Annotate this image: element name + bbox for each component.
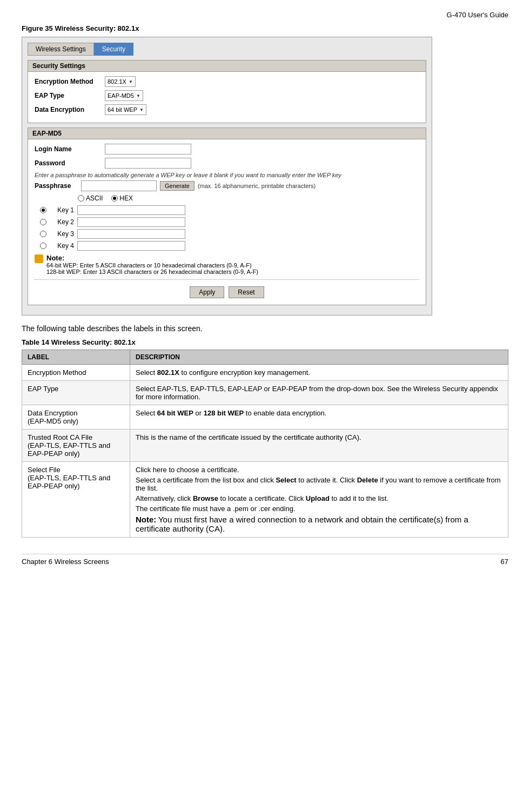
table-row: Encryption Method Select 802.1X to confi… — [22, 365, 508, 381]
hex-radio[interactable] — [111, 195, 118, 202]
tab-wireless-settings[interactable]: Wireless Settings — [28, 43, 94, 56]
key2-row: Key 2 — [35, 217, 419, 227]
data-encryption-select[interactable]: 64 bit WEP ▼ — [105, 104, 146, 115]
table-header-description: DESCRIPTION — [130, 350, 508, 365]
ascii-label: ASCII — [86, 194, 103, 202]
key2-radio[interactable] — [40, 219, 46, 225]
table-row: Select File(EAP-TLS, EAP-TTLS and EAP-PE… — [22, 462, 508, 538]
row-label: EAP Type — [22, 381, 130, 405]
ascii-hex-row: ASCII HEX — [78, 194, 419, 202]
generate-button[interactable]: Generate — [160, 181, 194, 191]
key2-input[interactable] — [77, 217, 185, 227]
table-header-label: LABEL — [22, 350, 130, 365]
note-icon — [35, 254, 43, 263]
row-label: Encryption Method — [22, 365, 130, 381]
note-line2: 128-bit WEP: Enter 13 ASCII characters o… — [46, 269, 258, 275]
eap-type-label: EAP Type — [35, 92, 105, 99]
eap-md5-section: EAP-MD5 Login Name Password Enter a pass… — [28, 127, 426, 305]
tab-bar: Wireless Settings Security — [28, 43, 426, 56]
key4-radio[interactable] — [40, 243, 46, 249]
key1-input[interactable] — [77, 205, 185, 215]
security-settings-section: Security Settings Encryption Method 802.… — [28, 60, 426, 123]
password-label: Password — [35, 159, 105, 167]
passphrase-input-row: Passphrase Generate (max. 16 alphanumeri… — [35, 180, 419, 191]
row-description: Select 802.1X to configure encryption ke… — [130, 365, 508, 381]
figure-caption: Figure 35 Wireless Security: 802.1x — [22, 24, 508, 32]
table-row: Trusted Root CA File(EAP-TLS, EAP-TTLS a… — [22, 430, 508, 462]
key3-row: Key 3 — [35, 229, 419, 239]
key1-radio[interactable] — [40, 207, 46, 213]
key1-row: Key 1 — [35, 205, 419, 215]
key4-label: Key 4 — [50, 242, 74, 250]
eap-type-value: EAP-MD5 — [108, 92, 134, 99]
note-line1: 64-bit WEP: Enter 5 ASCII characters or … — [46, 262, 258, 269]
apply-button[interactable]: Apply — [190, 286, 224, 298]
data-table: LABEL DESCRIPTION Encryption Method Sele… — [22, 350, 508, 538]
row-label: Trusted Root CA File(EAP-TLS, EAP-TTLS a… — [22, 430, 130, 462]
ui-screenshot: Wireless Settings Security Security Sett… — [22, 37, 432, 316]
key3-radio[interactable] — [40, 231, 46, 237]
table-intro: The following table describes the labels… — [22, 324, 508, 333]
key3-input[interactable] — [77, 229, 185, 239]
row-label: Data Encryption(EAP-MD5 only) — [22, 405, 130, 430]
data-encryption-label: Data Encryption — [35, 106, 105, 113]
password-row: Password — [35, 158, 419, 169]
row-description: Select EAP-TLS, EAP-TTLS, EAP-LEAP or EA… — [130, 381, 508, 405]
footer-right: 67 — [501, 558, 508, 566]
footer-left: Chapter 6 Wireless Screens — [22, 558, 109, 566]
encryption-method-label: Encryption Method — [35, 78, 105, 85]
key1-label: Key 1 — [50, 206, 74, 214]
key4-row: Key 4 — [35, 241, 419, 251]
key3-label: Key 3 — [50, 230, 74, 238]
hex-option[interactable]: HEX — [111, 194, 133, 202]
row-description: Click here to choose a certificate. Sele… — [130, 462, 508, 538]
encryption-method-select[interactable]: 802.1X ▼ — [105, 76, 136, 87]
passphrase-input[interactable] — [81, 180, 157, 191]
row-description: This is the name of the certificate issu… — [130, 430, 508, 462]
table-row: EAP Type Select EAP-TLS, EAP-TTLS, EAP-L… — [22, 381, 508, 405]
generate-hint: (max. 16 alphanumeric, printable charact… — [198, 183, 316, 189]
encryption-method-arrow: ▼ — [129, 79, 133, 84]
table-row: Data Encryption(EAP-MD5 only) Select 64 … — [22, 405, 508, 430]
login-name-input[interactable] — [105, 144, 191, 155]
security-settings-body: Encryption Method 802.1X ▼ EAP Type EAP-… — [28, 72, 426, 123]
data-encryption-row: Data Encryption 64 bit WEP ▼ — [35, 104, 419, 115]
eap-type-arrow: ▼ — [136, 93, 140, 98]
data-encryption-value: 64 bit WEP — [108, 106, 137, 113]
note-content: Note: 64-bit WEP: Enter 5 ASCII characte… — [46, 254, 258, 275]
row-label: Select File(EAP-TLS, EAP-TTLS and EAP-PE… — [22, 462, 130, 538]
ascii-option[interactable]: ASCII — [78, 194, 103, 202]
eap-type-select[interactable]: EAP-MD5 ▼ — [105, 90, 143, 101]
tab-security[interactable]: Security — [94, 43, 133, 56]
login-name-row: Login Name — [35, 144, 419, 155]
divider — [35, 279, 419, 280]
note-bold-label: Note: — [46, 254, 64, 262]
eap-type-row: EAP Type EAP-MD5 ▼ — [35, 90, 419, 101]
password-input[interactable] — [105, 158, 191, 169]
page-header: G-470 User's Guide — [22, 11, 508, 19]
eap-md5-body: Login Name Password Enter a passphrase t… — [28, 139, 426, 305]
key4-input[interactable] — [77, 241, 185, 251]
login-name-label: Login Name — [35, 145, 105, 153]
guide-title: G-470 User's Guide — [447, 11, 508, 19]
page-footer: Chapter 6 Wireless Screens 67 — [22, 554, 508, 566]
encryption-method-value: 802.1X — [108, 78, 126, 85]
button-row: Apply Reset — [35, 284, 419, 300]
passphrase-hint: Enter a passphrase to automatically gene… — [35, 172, 419, 178]
hex-label: HEX — [119, 194, 133, 202]
reset-button[interactable]: Reset — [229, 286, 264, 298]
ascii-radio[interactable] — [78, 195, 84, 202]
eap-md5-header: EAP-MD5 — [28, 128, 426, 139]
encryption-method-row: Encryption Method 802.1X ▼ — [35, 76, 419, 87]
row-description: Select 64 bit WEP or 128 bit WEP to enab… — [130, 405, 508, 430]
table-caption: Table 14 Wireless Security: 802.1x — [22, 338, 508, 346]
key2-label: Key 2 — [50, 218, 74, 226]
note-section: Note: 64-bit WEP: Enter 5 ASCII characte… — [35, 254, 419, 275]
passphrase-label: Passphrase — [35, 182, 78, 190]
security-settings-header: Security Settings — [28, 61, 426, 72]
data-encryption-arrow: ▼ — [139, 108, 144, 112]
